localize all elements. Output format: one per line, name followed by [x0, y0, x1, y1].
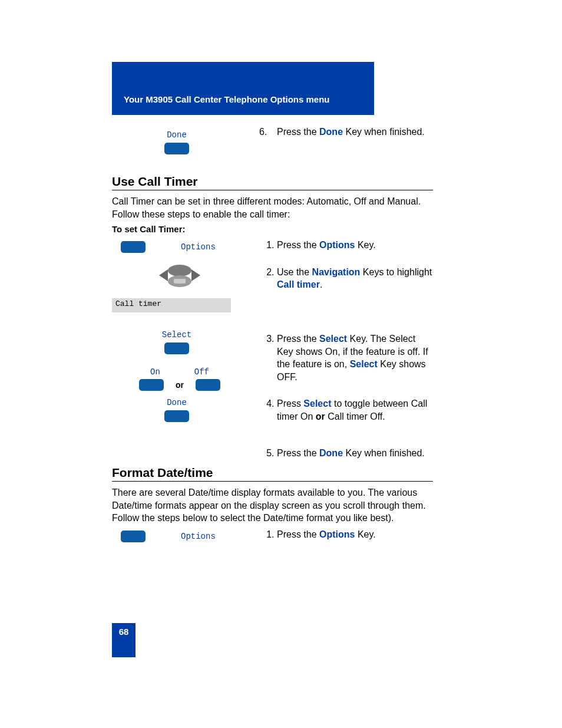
date-intro: There are several Date/time display form… [112, 486, 433, 525]
done-key-button-icon [164, 143, 189, 154]
kw: Options [319, 529, 355, 539]
t: Key when finished. [343, 448, 425, 458]
section-date-time: Format Date/time There are several Date/… [112, 466, 433, 555]
t: . [320, 279, 322, 289]
t: Key when finished. [343, 127, 425, 137]
done-key-label-2: Done [153, 398, 200, 407]
subhead: To set Call Timer: [112, 224, 433, 234]
on-key-label: On [150, 367, 160, 377]
t: Call timer Off. [325, 411, 385, 421]
nav-pad-icon [112, 259, 247, 294]
svg-marker-0 [159, 269, 168, 281]
options-key-block: Options [112, 241, 247, 253]
intro-block: Done 6. Press the Done Key when finished… [112, 127, 433, 158]
step-4: Press Select to toggle between Call time… [277, 397, 433, 423]
step-1: Press the Options Key. [277, 239, 433, 252]
lcd-display: Call timer [112, 298, 231, 312]
intro-para: Call Timer can be set in three different… [112, 195, 433, 220]
done-key-button-icon-2 [164, 410, 189, 422]
select-key-button-icon [164, 342, 189, 354]
options-key-block-2: Options [112, 531, 247, 542]
timer-steps: Press the Options Key. Use the Navigatio… [259, 239, 433, 459]
step-text: Press the Done Key when finished. [277, 127, 425, 137]
date-step-1: Press the Options Key. [277, 528, 433, 541]
t: Press [277, 398, 303, 409]
kw: Done [319, 127, 343, 137]
off-key-label: Off [194, 367, 209, 377]
page-number: 68 [112, 623, 135, 657]
options-key-button-icon-2 [121, 531, 146, 542]
options-key-label: Options [181, 242, 216, 252]
t: Use the [277, 267, 312, 277]
done-key-block-2: Done [153, 398, 200, 422]
step-3: Press the Select Key. The Select Key sho… [277, 332, 433, 383]
or-label: or [176, 380, 184, 390]
step-2: Use the Navigation Keys to highlight Cal… [277, 266, 433, 291]
svg-rect-4 [174, 279, 186, 284]
t: Press the [277, 529, 319, 539]
on-key-button-icon [139, 379, 164, 391]
kw: Call timer [277, 279, 320, 289]
svg-marker-1 [191, 269, 200, 281]
done-key-block: Done [153, 130, 200, 154]
svg-point-2 [168, 265, 191, 276]
kw: Options [319, 240, 355, 250]
t: Key. [355, 240, 375, 250]
t: Press the [277, 448, 319, 458]
date-steps: Press the Options Key. [259, 528, 433, 541]
select-key-label: Select [153, 330, 200, 340]
t: Press the [277, 334, 319, 344]
heading-date-time: Format Date/time [112, 466, 433, 482]
step-6: 6. Press the Done Key when finished. [259, 127, 433, 137]
options-key-button-icon [121, 241, 146, 253]
header-banner: Your M3905 Call Center Telephone Options… [112, 62, 374, 115]
done-key-label: Done [153, 130, 200, 140]
kw: Done [319, 448, 343, 458]
off-key-button-icon [196, 379, 220, 391]
options-key-label-2: Options [181, 532, 216, 541]
kw: Select [303, 398, 331, 409]
bold: or [316, 411, 325, 421]
kw: Select [319, 334, 347, 344]
section-call-timer: Use Call Timer Call Timer can be set in … [112, 174, 433, 473]
step-num: 6. [259, 127, 277, 137]
t: Key. [355, 529, 375, 539]
t: Press the [277, 127, 319, 137]
kw: Navigation [312, 267, 361, 277]
heading-call-timer: Use Call Timer [112, 174, 433, 190]
t: Press the [277, 240, 319, 250]
t: Keys to highlight [360, 267, 432, 277]
step-5: Press the Done Key when finished. [277, 447, 433, 460]
select-key-block: Select [153, 330, 200, 354]
on-off-block: On Off or [112, 367, 247, 391]
banner-title: Your M3905 Call Center Telephone Options… [124, 94, 330, 104]
page: Your M3905 Call Center Telephone Options… [0, 0, 562, 728]
kw: Select [350, 359, 378, 369]
